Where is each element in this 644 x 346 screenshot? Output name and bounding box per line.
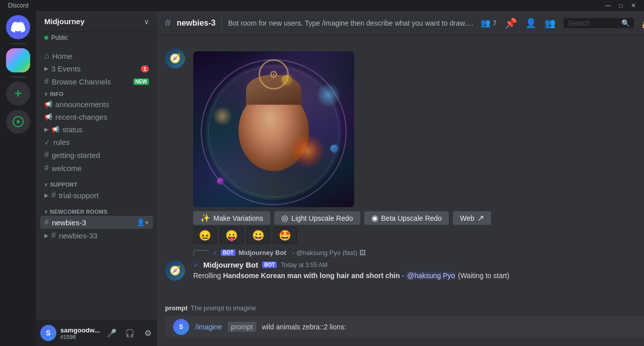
- light-upscale-icon: ◎: [281, 213, 288, 223]
- input-avatar: S: [173, 319, 189, 335]
- members-count[interactable]: 👥 7: [480, 18, 497, 28]
- server-header[interactable]: Midjourney ∨: [36, 11, 157, 32]
- section-support: ∨ SUPPORT ▶ # trial-support: [36, 179, 157, 202]
- verified-icon: ✓: [193, 261, 199, 269]
- section-newcomer: ∨ NEWCOMER ROOMS # newbies-3 👤+ ▶ # newb…: [36, 206, 157, 242]
- server-status: Public: [36, 32, 157, 45]
- recent-changes-icon: 📢: [44, 113, 52, 121]
- section-info-header[interactable]: ∨ INFO: [36, 88, 157, 98]
- channel-topic: Bot room for new users. Type /imagine th…: [228, 19, 474, 27]
- input-area: S /imagine prompt 😊: [157, 316, 644, 346]
- input-prompt-label: prompt: [228, 322, 256, 332]
- mic-button[interactable]: 🎤: [104, 325, 120, 341]
- sidebar-item-welcome[interactable]: # welcome: [40, 161, 153, 175]
- search-bar[interactable]: 🔍: [564, 18, 634, 28]
- light-upscale-redo-button[interactable]: ◎ Light Upscale Redo: [274, 211, 360, 225]
- sidebar-item-announcements[interactable]: 📢 announcements: [40, 98, 153, 111]
- variations-icon: ✨: [200, 213, 210, 223]
- user-avatar: S: [40, 325, 56, 341]
- sidebar-item-getting-started[interactable]: # getting-started: [40, 148, 153, 161]
- reaction-btn-tongue[interactable]: 😛: [220, 227, 244, 244]
- server-divider: [10, 43, 26, 44]
- close-button[interactable]: ✕: [627, 0, 640, 11]
- sidebar-item-browse[interactable]: # Browse Channels NEW: [40, 75, 153, 88]
- message-group: 🧭: [157, 43, 644, 248]
- newbies-33-icon: #: [51, 231, 56, 240]
- message-timestamp: Today at 3:55 AM: [281, 262, 328, 269]
- mj-bot-author[interactable]: Midjourney Bot: [203, 261, 258, 269]
- user-area: S samgoodw... #1598 🎤 🎧 ⚙: [36, 320, 157, 346]
- channel-hash-icon: #: [165, 17, 171, 29]
- reaction-btn-grin[interactable]: 😀: [247, 227, 270, 244]
- discord-home-icon[interactable]: [6, 15, 30, 39]
- status-collapse-icon: ▶: [44, 126, 48, 133]
- members-list-button[interactable]: 👥: [544, 18, 555, 29]
- trial-support-icon: #: [51, 191, 56, 200]
- channel-name: newbies-3: [177, 19, 215, 28]
- prompt-description: The prompt to imagine: [191, 304, 256, 312]
- ref-verified-badge: ✓: [212, 249, 218, 256]
- username: samgoodw...: [60, 326, 100, 334]
- getting-started-icon: #: [44, 150, 49, 159]
- section-newcomer-header[interactable]: ∨ NEWCOMER ROOMS: [36, 206, 157, 216]
- home-icon: ⌂: [44, 51, 49, 60]
- web-button[interactable]: Web ↗: [453, 211, 491, 225]
- browse-icon: #: [44, 77, 49, 86]
- ref-author: Midjourney Bot: [238, 249, 286, 256]
- minimize-button[interactable]: —: [601, 0, 615, 11]
- message-input[interactable]: [262, 323, 645, 331]
- action-buttons-row: ✨ Make Variations ◎ Light Upscale Redo ◉…: [193, 211, 644, 225]
- server-divider-2: [10, 76, 26, 77]
- user-info: samgoodw... #1598: [60, 326, 100, 340]
- sidebar-item-trial-support[interactable]: ▶ # trial-support: [40, 189, 153, 202]
- sidebar-item-rules[interactable]: ✓ rules: [40, 136, 153, 148]
- channel-header: # newbies-3 Bot room for new users. Type…: [157, 11, 644, 35]
- pin-button[interactable]: 📌: [505, 17, 517, 29]
- channel-sidebar: Midjourney ∨ Public ⌂ Home ▶ 3 Events 1 …: [36, 0, 157, 346]
- status-icon: 📢: [51, 126, 59, 133]
- sidebar-item-home[interactable]: ⌂ Home: [40, 49, 153, 62]
- sidebar-item-recent-changes[interactable]: 📢 recent-changes: [40, 111, 153, 123]
- reference-container: ✓ BOT Midjourney Bot - @haksung Pyo (fas…: [157, 248, 644, 284]
- beta-upscale-redo-button[interactable]: ◉ Beta Upscale Redo: [364, 211, 449, 225]
- events-collapse-icon: ▶: [44, 65, 48, 72]
- header-actions: 👥 7 📌 👤 👥 🔍 📥 ❓: [480, 17, 644, 29]
- search-input[interactable]: [568, 19, 618, 27]
- message-content: ⚙ ✨ Make Variations ◎ Light Upscale Redo…: [193, 47, 644, 246]
- settings-button[interactable]: ⚙: [140, 325, 156, 341]
- sidebar-item-events[interactable]: ▶ 3 Events 1: [40, 62, 153, 75]
- midjourney-server-icon[interactable]: [6, 48, 30, 72]
- bot-badge: BOT: [262, 262, 277, 268]
- mention: @haksung Pyo: [406, 272, 456, 280]
- web-icon: ↗: [477, 213, 484, 223]
- svg-point-1: [17, 120, 20, 123]
- server-name: Midjourney: [44, 17, 85, 26]
- add-member-icon[interactable]: 👤+: [136, 218, 149, 226]
- ref-bot-badge: BOT: [221, 249, 235, 256]
- inbox-icon: 📥: [642, 18, 644, 29]
- sidebar-item-newbies-33[interactable]: ▶ # newbies-33: [40, 229, 153, 242]
- reference-bar: ✓ BOT Midjourney Bot - @haksung Pyo (fas…: [157, 249, 644, 256]
- welcome-icon: #: [44, 163, 49, 172]
- make-variations-button[interactable]: ✨ Make Variations: [193, 211, 270, 225]
- add-server-button[interactable]: +: [6, 81, 30, 106]
- chevron-icon: ∨: [44, 92, 48, 97]
- reaction-row: 😖 😛 😀 🤩: [193, 227, 644, 244]
- members-icon: 👥: [480, 18, 491, 28]
- add-member-icon: 👤: [525, 18, 536, 29]
- reaction-btn-star-eyes[interactable]: 🤩: [273, 227, 297, 244]
- inbox-button[interactable]: 📥: [642, 18, 644, 29]
- explore-servers-button[interactable]: [6, 110, 30, 134]
- section-support-header[interactable]: ∨ SUPPORT: [36, 179, 157, 189]
- events-badge: 1: [141, 65, 149, 72]
- reaction-btn-angry[interactable]: 😖: [193, 227, 217, 244]
- mj-bot-avatar: 🧭: [165, 261, 185, 281]
- sidebar-item-status[interactable]: ▶ 📢 status: [40, 123, 153, 136]
- prompt-bar: prompt The prompt to imagine: [157, 304, 644, 316]
- headphone-button[interactable]: 🎧: [122, 325, 138, 341]
- channel-list: ⌂ Home ▶ 3 Events 1 # Browse Channels NE…: [36, 45, 157, 320]
- reroll-content: ✓ Midjourney Bot BOT Today at 3:55 AM Re…: [193, 261, 644, 281]
- add-member-button[interactable]: 👤: [525, 18, 536, 29]
- sidebar-item-newbies-3[interactable]: # newbies-3 👤+: [40, 216, 153, 229]
- maximize-button[interactable]: □: [615, 0, 627, 11]
